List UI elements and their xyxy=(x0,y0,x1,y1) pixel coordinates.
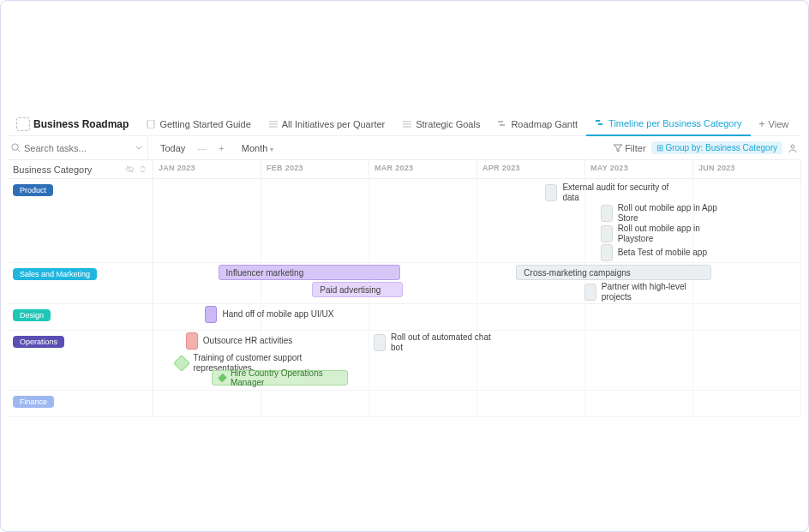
timeline-lane[interactable]: Influencer marketingPaid advertisingCros… xyxy=(153,263,801,303)
doc-icon xyxy=(146,119,156,129)
task-item[interactable]: Beta Test of mobile app xyxy=(601,244,707,261)
task-bar[interactable] xyxy=(545,184,557,201)
task-label: Outsource HR activities xyxy=(203,336,292,346)
timeline-body: ProductExternal audit for security of da… xyxy=(8,179,801,524)
task-item[interactable]: Influencer marketing xyxy=(219,265,401,280)
chevron-down-icon: ▾ xyxy=(270,146,273,153)
task-item[interactable]: Roll out mobile app in Playstore xyxy=(601,224,729,243)
workspace-icon xyxy=(16,117,30,131)
group-icon: ⊞ xyxy=(656,143,666,152)
task-label: Hand off of mobile app UI/UX xyxy=(222,309,333,320)
task-item[interactable]: Cross-marketing campaigns xyxy=(516,265,711,280)
plus-button[interactable]: + xyxy=(213,141,229,155)
tab-gantt[interactable]: Roadmap Gantt xyxy=(488,112,586,136)
timeline: Business Category JAN 2023FEB 2023MAR 20… xyxy=(8,160,801,524)
chevron-down-icon[interactable] xyxy=(135,145,142,152)
svg-rect-4 xyxy=(598,123,602,125)
task-item[interactable]: Roll out of automated chat bot xyxy=(374,332,502,352)
task-item[interactable]: Roll out mobile app in App Store xyxy=(601,203,729,223)
task-bar[interactable]: Hire Country Operations Manager xyxy=(212,370,348,386)
collapse-icon[interactable] xyxy=(138,164,147,174)
tab-strategic[interactable]: Strategic Goals xyxy=(393,112,488,136)
timeline-lane[interactable] xyxy=(153,391,801,416)
workspace-title: Business Roadmap xyxy=(33,118,129,130)
group-by-label: Group by: Business Category xyxy=(665,143,777,152)
tab-label: All Initiatives per Quarter xyxy=(282,119,385,129)
add-view-button[interactable]: + View xyxy=(751,112,798,136)
list-icon xyxy=(268,119,279,129)
task-bar[interactable]: Influencer marketing xyxy=(219,265,401,280)
search-icon xyxy=(11,143,21,152)
tab-label: Strategic Goals xyxy=(416,119,480,129)
svg-point-7 xyxy=(791,145,794,148)
group-label-cell: Finance xyxy=(8,391,153,416)
task-bar[interactable] xyxy=(601,244,613,261)
svg-point-5 xyxy=(12,144,18,150)
timeline-header: Business Category JAN 2023FEB 2023MAR 20… xyxy=(8,160,801,179)
toolbar-sep: — xyxy=(197,143,207,153)
month-column: JAN 2023 xyxy=(153,160,261,178)
tab-label: Getting Started Guide xyxy=(159,119,250,129)
task-item[interactable]: External audit for security of data xyxy=(545,182,674,202)
task-bar[interactable] xyxy=(584,284,596,301)
task-item[interactable]: Partner with high-level projects xyxy=(584,282,713,302)
category-badge[interactable]: Operations xyxy=(13,336,64,348)
month-column: JUN 2023 xyxy=(693,160,801,178)
task-item[interactable]: Hire Country Operations Manager xyxy=(212,370,348,386)
category-header-label: Business Category xyxy=(13,164,92,175)
workspace-title-tab[interactable]: Business Roadmap xyxy=(8,112,137,136)
task-label: Roll out mobile app in App Store xyxy=(618,203,729,223)
task-item[interactable]: Paid advertising xyxy=(312,282,403,297)
plus-icon: + xyxy=(759,118,765,130)
timeline-lane[interactable]: Hand off of mobile app UI/UX xyxy=(153,304,801,330)
category-badge[interactable]: Finance xyxy=(13,396,54,408)
group-row: Sales and MarketingInfluencer marketingP… xyxy=(8,263,801,304)
timeline-icon xyxy=(595,118,605,129)
group-label-cell: Product xyxy=(8,179,153,262)
task-label: Partner with high-level projects xyxy=(602,282,713,302)
filter-icon xyxy=(614,144,622,152)
period-dropdown[interactable]: Month ▾ xyxy=(237,141,279,155)
timeline-lane[interactable]: External audit for security of dataRoll … xyxy=(153,179,801,262)
tab-initiatives[interactable]: All Initiatives per Quarter xyxy=(260,112,393,136)
search-input[interactable] xyxy=(24,143,110,153)
app-frame: Business Roadmap Getting Started Guide A… xyxy=(0,0,809,532)
category-badge[interactable]: Design xyxy=(13,309,51,321)
today-button[interactable]: Today xyxy=(155,141,190,155)
list-icon xyxy=(402,119,412,129)
timeline-lane[interactable]: Outsource HR activitiesRoll out of autom… xyxy=(153,331,801,390)
task-bar[interactable]: Paid advertising xyxy=(312,282,403,297)
period-label: Month xyxy=(242,143,268,153)
eye-off-icon[interactable] xyxy=(125,164,135,174)
group-row: OperationsOutsource HR activitiesRoll ou… xyxy=(8,331,801,391)
filter-button[interactable]: Filter xyxy=(614,143,645,153)
task-bar[interactable] xyxy=(205,306,217,323)
person-icon[interactable] xyxy=(788,143,798,153)
tab-getting-started[interactable]: Getting Started Guide xyxy=(137,112,259,136)
tab-label: Roadmap Gantt xyxy=(511,119,578,129)
task-item[interactable]: Outsource HR activities xyxy=(186,332,292,350)
month-column: APR 2023 xyxy=(477,160,585,178)
task-bar[interactable] xyxy=(186,332,198,350)
task-bar[interactable]: Cross-marketing campaigns xyxy=(516,265,711,280)
group-row: Finance xyxy=(8,391,801,417)
task-bar[interactable] xyxy=(601,225,613,242)
gantt-icon xyxy=(497,119,507,129)
task-label: Hire Country Operations Manager xyxy=(231,368,341,387)
group-label-cell: Sales and Marketing xyxy=(8,263,153,303)
task-bar[interactable] xyxy=(174,355,191,372)
toolbar-right: Filter ⊞ Group by: Business Category xyxy=(614,141,798,154)
task-item[interactable]: Hand off of mobile app UI/UX xyxy=(205,306,333,323)
category-badge[interactable]: Product xyxy=(13,184,53,196)
tab-timeline[interactable]: Timeline per Business Category xyxy=(586,112,751,136)
task-bar[interactable] xyxy=(374,334,386,351)
tabs-bar: Business Roadmap Getting Started Guide A… xyxy=(8,112,801,136)
group-by-pill[interactable]: ⊞ Group by: Business Category xyxy=(651,141,782,154)
month-column: FEB 2023 xyxy=(261,160,369,178)
months-header: JAN 2023FEB 2023MAR 2023APR 2023MAY 2023… xyxy=(153,160,801,178)
svg-rect-0 xyxy=(147,120,154,129)
category-badge[interactable]: Sales and Marketing xyxy=(13,268,97,280)
category-header: Business Category xyxy=(8,160,153,178)
task-label: Influencer marketing xyxy=(226,268,304,278)
task-bar[interactable] xyxy=(601,205,613,222)
